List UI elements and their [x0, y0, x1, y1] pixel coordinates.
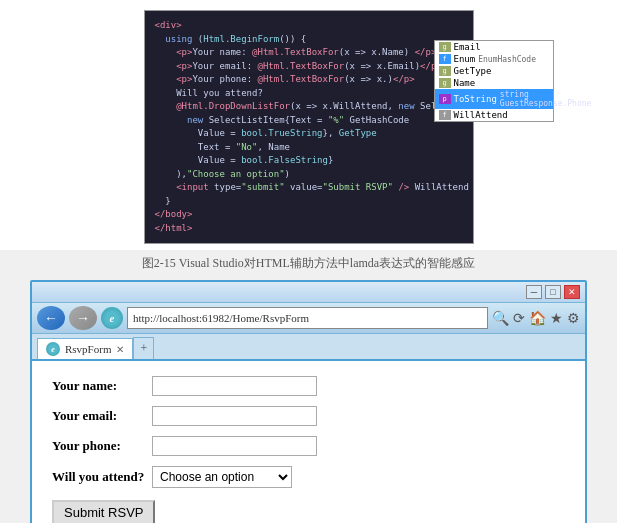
autocomplete-type: EnumHashCode: [478, 55, 536, 64]
close-button[interactable]: ✕: [564, 285, 580, 299]
attend-select[interactable]: Choose an option Yes No: [152, 466, 292, 488]
settings-icon[interactable]: ⚙: [567, 310, 580, 327]
favorites-icon[interactable]: ★: [550, 310, 563, 327]
code-screenshot-area: <div> using (Html.BeginForm()) { <p>Your…: [0, 0, 617, 250]
new-tab-button[interactable]: +: [133, 337, 154, 359]
maximize-button[interactable]: □: [545, 285, 561, 299]
phone-label: Your phone:: [52, 438, 152, 454]
refresh-icon[interactable]: ⟳: [513, 310, 525, 327]
toolbar-icons: 🔍 ⟳ 🏠 ★ ⚙: [492, 310, 580, 327]
autocomplete-item[interactable]: g Name: [435, 77, 553, 89]
minimize-icon: ─: [531, 287, 537, 297]
autocomplete-label: Enum: [454, 54, 476, 64]
phone-row: Your phone:: [52, 436, 565, 456]
address-bar[interactable]: http://localhost:61982/Home/RsvpForm: [127, 307, 488, 329]
tab-favicon-icon: e: [46, 342, 60, 356]
browser-tab[interactable]: e RsvpForm ✕: [37, 338, 133, 359]
autocomplete-popup[interactable]: g Email f Enum EnumHashCode g GetType g …: [434, 40, 554, 122]
code-caption: 图2-15 Visual Studio对HTML辅助方法中lamda表达式的智能…: [0, 250, 617, 280]
autocomplete-icon: g: [439, 42, 451, 52]
autocomplete-icon: g: [439, 66, 451, 76]
attend-row: Will you attend? Choose an option Yes No: [52, 466, 565, 488]
name-label: Your name:: [52, 378, 152, 394]
forward-button[interactable]: →: [69, 306, 97, 330]
close-icon: ✕: [568, 287, 576, 297]
attend-label: Will you attend?: [52, 469, 152, 485]
email-row: Your email:: [52, 406, 565, 426]
autocomplete-label: Email: [454, 42, 481, 52]
autocomplete-label: ToString: [454, 94, 497, 104]
autocomplete-label: GetType: [454, 66, 492, 76]
autocomplete-label: WillAttend: [454, 110, 508, 120]
autocomplete-icon: f: [439, 110, 451, 120]
autocomplete-item-selected[interactable]: p ToString string GuestResponse.Phone: [435, 89, 553, 109]
code-block: <div> using (Html.BeginForm()) { <p>Your…: [144, 10, 474, 244]
browser-content: Your name: Your email: Your phone: Will …: [32, 361, 585, 523]
tab-label: RsvpForm: [65, 343, 111, 355]
autocomplete-label: Name: [454, 78, 476, 88]
autocomplete-item[interactable]: f Enum EnumHashCode: [435, 53, 553, 65]
home-icon[interactable]: 🏠: [529, 310, 546, 327]
autocomplete-type: string GuestResponse.Phone: [500, 90, 592, 108]
autocomplete-icon: f: [439, 54, 451, 64]
email-label: Your email:: [52, 408, 152, 424]
autocomplete-item[interactable]: f WillAttend: [435, 109, 553, 121]
submit-button[interactable]: Submit RSVP: [52, 500, 155, 523]
maximize-icon: □: [550, 287, 555, 297]
autocomplete-item[interactable]: g GetType: [435, 65, 553, 77]
browser-toolbar: ← → e http://localhost:61982/Home/RsvpFo…: [32, 303, 585, 334]
phone-input[interactable]: [152, 436, 317, 456]
email-input[interactable]: [152, 406, 317, 426]
back-button[interactable]: ←: [37, 306, 65, 330]
search-icon[interactable]: 🔍: [492, 310, 509, 327]
autocomplete-item[interactable]: g Email: [435, 41, 553, 53]
name-input[interactable]: [152, 376, 317, 396]
autocomplete-icon: g: [439, 78, 451, 88]
browser-tabs: e RsvpForm ✕ +: [32, 334, 585, 361]
submit-row: Submit RSVP: [52, 498, 565, 523]
minimize-button[interactable]: ─: [526, 285, 542, 299]
tab-close-icon[interactable]: ✕: [116, 344, 124, 355]
autocomplete-icon: p: [439, 94, 451, 104]
browser-titlebar: ─ □ ✕: [32, 282, 585, 303]
name-row: Your name:: [52, 376, 565, 396]
ie-logo-icon: e: [101, 307, 123, 329]
url-text: http://localhost:61982/Home/RsvpForm: [133, 312, 309, 324]
browser-window: ─ □ ✕ ← → e http://localhost:61982/Home/…: [30, 280, 587, 523]
